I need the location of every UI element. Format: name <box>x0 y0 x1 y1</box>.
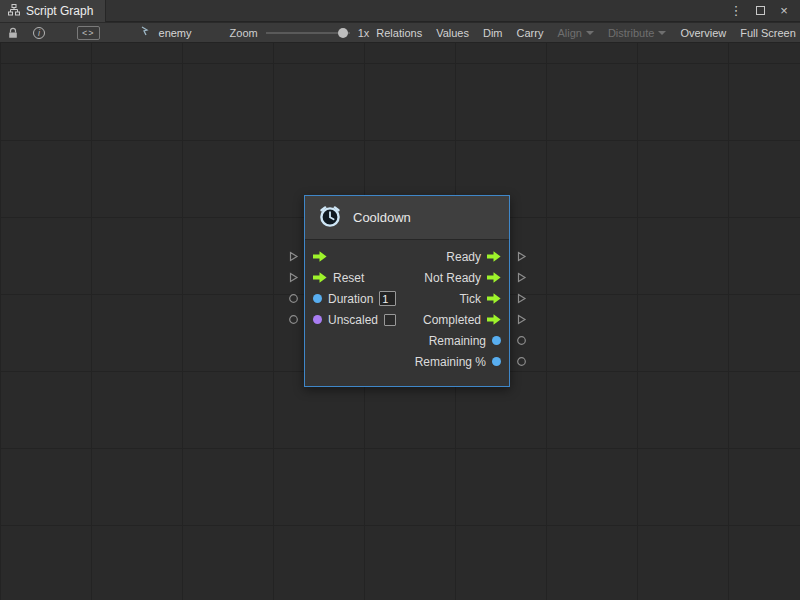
triangle-port-icon <box>516 293 527 304</box>
node-body: Ready Reset Not Ready <box>305 240 509 386</box>
flow-arrow-icon <box>487 272 501 283</box>
triangle-port-icon <box>288 251 299 262</box>
ready-output-port[interactable]: Ready <box>446 250 509 264</box>
align-label: Align <box>557 27 581 39</box>
flow-input-port[interactable] <box>305 251 327 262</box>
values-button[interactable]: Values <box>429 23 476 43</box>
align-button[interactable]: Align <box>550 23 600 43</box>
zoom-slider[interactable] <box>266 27 350 39</box>
graph-name-label: enemy <box>159 27 192 39</box>
triangle-port-icon <box>288 272 299 283</box>
node-row: Ready <box>305 246 509 267</box>
info-icon[interactable]: i <box>26 23 52 43</box>
tab-script-graph[interactable]: Script Graph <box>0 0 106 22</box>
maximize-box-glyph <box>756 6 765 15</box>
value-port-icon <box>313 315 322 324</box>
full-screen-button[interactable]: Full Screen <box>733 23 800 43</box>
port-label: Remaining % <box>415 355 486 369</box>
value-port-icon <box>492 357 501 366</box>
port-label: Completed <box>423 313 481 327</box>
port-label: Ready <box>446 250 481 264</box>
dim-button[interactable]: Dim <box>476 23 510 43</box>
port-label: Remaining <box>429 334 486 348</box>
flow-arrow-icon <box>313 251 327 262</box>
not-ready-output-port[interactable]: Not Ready <box>424 271 509 285</box>
toolbar-buttons: Relations Values Dim Carry Align Distrib… <box>369 23 800 43</box>
external-value-port[interactable] <box>286 288 300 309</box>
circle-port-icon <box>516 356 527 367</box>
reset-input-port[interactable]: Reset <box>305 271 364 285</box>
node-row: Remaining % <box>305 351 509 372</box>
circle-port-icon <box>516 335 527 346</box>
port-label: Unscaled <box>328 313 378 327</box>
flow-arrow-icon <box>487 293 501 304</box>
close-icon[interactable]: × <box>776 3 792 19</box>
tab-title: Script Graph <box>26 4 93 18</box>
code-glyph: <> <box>77 26 100 40</box>
script-graph-window: Script Graph ⋮ × i <> enemy <box>0 0 800 600</box>
remaining-percent-output-port[interactable]: Remaining % <box>415 355 509 369</box>
unscaled-input-port[interactable]: Unscaled <box>305 313 396 327</box>
zoom-value: 1x <box>358 27 370 39</box>
node-header[interactable]: Cooldown <box>305 196 509 240</box>
external-value-port[interactable] <box>286 309 300 330</box>
unscaled-checkbox[interactable] <box>384 314 396 326</box>
external-flow-port[interactable] <box>514 267 528 288</box>
external-value-port[interactable] <box>514 351 528 372</box>
window-menu-icon[interactable]: ⋮ <box>728 3 744 19</box>
port-label: Reset <box>333 271 364 285</box>
port-label: Tick <box>459 292 481 306</box>
graph-canvas[interactable]: Cooldown Ready Reset <box>0 43 800 600</box>
relations-button[interactable]: Relations <box>369 23 429 43</box>
external-flow-port[interactable] <box>514 288 528 309</box>
circle-port-icon <box>288 314 299 325</box>
external-flow-port[interactable] <box>514 309 528 330</box>
script-graph-icon <box>8 4 20 19</box>
maximize-icon[interactable] <box>752 3 768 19</box>
port-label: Not Ready <box>424 271 481 285</box>
dropdown-caret-icon <box>658 31 666 35</box>
triangle-port-icon <box>516 251 527 262</box>
external-value-port[interactable] <box>514 330 528 351</box>
graph-toolbar: i <> enemy Zoom 1x Relations Values Dim <box>0 23 800 43</box>
completed-output-port[interactable]: Completed <box>423 313 509 327</box>
dropdown-caret-icon <box>586 31 594 35</box>
external-flow-port[interactable] <box>286 246 300 267</box>
triangle-port-icon <box>516 272 527 283</box>
flow-arrow-icon <box>487 251 501 262</box>
zoom-control: Zoom 1x <box>230 27 370 39</box>
remaining-output-port[interactable]: Remaining <box>429 334 509 348</box>
graph-breadcrumb[interactable]: enemy <box>141 26 192 39</box>
node-row: Reset Not Ready <box>305 267 509 288</box>
lock-icon[interactable] <box>0 23 26 43</box>
duration-field[interactable] <box>379 291 396 306</box>
value-port-icon <box>492 336 501 345</box>
external-flow-port[interactable] <box>514 246 528 267</box>
cooldown-node[interactable]: Cooldown Ready Reset <box>304 195 510 387</box>
node-row: Unscaled Completed <box>305 309 509 330</box>
overview-button[interactable]: Overview <box>673 23 733 43</box>
port-label: Duration <box>328 292 373 306</box>
inspect-source-icon[interactable]: <> <box>70 23 107 43</box>
node-title: Cooldown <box>353 210 411 225</box>
alarm-clock-icon <box>317 203 343 233</box>
circle-port-icon <box>288 293 299 304</box>
distribute-button[interactable]: Distribute <box>601 23 673 43</box>
external-output-ports <box>514 246 528 372</box>
duration-input-port[interactable]: Duration <box>305 291 396 306</box>
tick-output-port[interactable]: Tick <box>459 292 509 306</box>
zoom-slider-handle[interactable] <box>338 28 348 38</box>
triangle-port-icon <box>516 314 527 325</box>
distribute-label: Distribute <box>608 27 654 39</box>
graph-pointer-icon <box>141 26 154 39</box>
node-row: Duration Tick <box>305 288 509 309</box>
value-port-icon <box>313 294 322 303</box>
external-flow-port[interactable] <box>286 267 300 288</box>
info-glyph: i <box>33 27 45 39</box>
title-bar: Script Graph ⋮ × <box>0 0 800 22</box>
carry-button[interactable]: Carry <box>510 23 551 43</box>
node-row: Remaining <box>305 330 509 351</box>
window-controls: ⋮ × <box>728 0 800 21</box>
external-input-ports <box>286 246 300 330</box>
zoom-label: Zoom <box>230 27 258 39</box>
